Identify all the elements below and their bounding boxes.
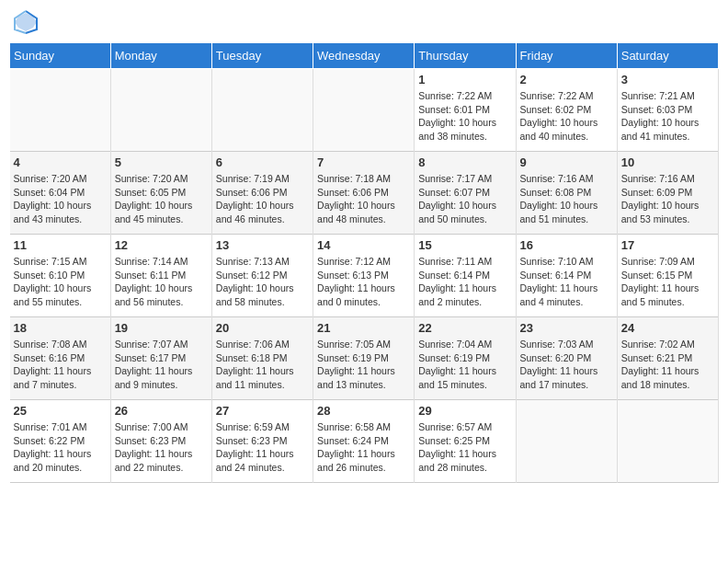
day-info: Sunrise: 7:10 AM Sunset: 6:14 PM Dayligh… <box>520 255 613 309</box>
calendar-cell: 16Sunrise: 7:10 AM Sunset: 6:14 PM Dayli… <box>516 235 617 317</box>
calendar-cell: 27Sunrise: 6:59 AM Sunset: 6:23 PM Dayli… <box>211 400 313 483</box>
day-info: Sunrise: 7:09 AM Sunset: 6:15 PM Dayligh… <box>621 255 714 309</box>
day-number: 21 <box>317 321 410 335</box>
day-number: 4 <box>14 155 107 169</box>
calendar-cell: 24Sunrise: 7:02 AM Sunset: 6:21 PM Dayli… <box>617 317 718 400</box>
day-number: 5 <box>115 155 208 169</box>
day-info: Sunrise: 7:16 AM Sunset: 6:09 PM Dayligh… <box>621 172 714 226</box>
day-number: 26 <box>115 404 208 418</box>
day-info: Sunrise: 7:19 AM Sunset: 6:06 PM Dayligh… <box>216 172 309 226</box>
calendar-cell <box>313 69 415 152</box>
day-number: 12 <box>115 238 208 252</box>
day-number: 19 <box>115 321 208 335</box>
day-info: Sunrise: 6:58 AM Sunset: 6:24 PM Dayligh… <box>317 420 410 475</box>
logo <box>13 9 42 35</box>
weekday-header: Wednesday <box>313 43 415 69</box>
day-number: 27 <box>216 404 309 418</box>
calendar-cell: 23Sunrise: 7:03 AM Sunset: 6:20 PM Dayli… <box>516 317 617 400</box>
day-info: Sunrise: 7:00 AM Sunset: 6:23 PM Dayligh… <box>115 420 208 475</box>
calendar-cell <box>516 400 617 483</box>
day-info: Sunrise: 7:13 AM Sunset: 6:12 PM Dayligh… <box>216 255 309 309</box>
calendar-cell <box>211 69 313 152</box>
day-number: 3 <box>621 73 714 86</box>
page-header <box>9 9 719 35</box>
calendar-cell: 22Sunrise: 7:04 AM Sunset: 6:19 PM Dayli… <box>415 317 516 400</box>
calendar-cell: 2Sunrise: 7:22 AM Sunset: 6:02 PM Daylig… <box>516 69 617 152</box>
day-info: Sunrise: 7:05 AM Sunset: 6:19 PM Dayligh… <box>317 338 410 392</box>
day-number: 22 <box>418 321 511 335</box>
calendar-cell: 15Sunrise: 7:11 AM Sunset: 6:14 PM Dayli… <box>415 235 516 317</box>
day-number: 17 <box>621 238 714 252</box>
weekday-header: Friday <box>516 43 617 69</box>
day-number: 20 <box>216 321 309 335</box>
day-number: 7 <box>317 155 410 169</box>
day-info: Sunrise: 6:59 AM Sunset: 6:23 PM Dayligh… <box>216 420 309 475</box>
weekday-header: Monday <box>110 43 211 69</box>
day-info: Sunrise: 7:02 AM Sunset: 6:21 PM Dayligh… <box>621 338 714 392</box>
calendar-cell: 29Sunrise: 6:57 AM Sunset: 6:25 PM Dayli… <box>415 400 516 483</box>
week-row: 25Sunrise: 7:01 AM Sunset: 6:22 PM Dayli… <box>10 400 719 483</box>
day-info: Sunrise: 6:57 AM Sunset: 6:25 PM Dayligh… <box>418 420 511 475</box>
calendar-cell: 7Sunrise: 7:18 AM Sunset: 6:06 PM Daylig… <box>313 152 415 235</box>
day-info: Sunrise: 7:18 AM Sunset: 6:06 PM Dayligh… <box>317 172 410 226</box>
day-info: Sunrise: 7:14 AM Sunset: 6:11 PM Dayligh… <box>115 255 208 309</box>
day-number: 15 <box>418 238 511 252</box>
weekday-header-row: SundayMondayTuesdayWednesdayThursdayFrid… <box>10 43 719 69</box>
week-row: 1Sunrise: 7:22 AM Sunset: 6:01 PM Daylig… <box>10 69 719 152</box>
logo-icon <box>13 9 39 35</box>
calendar-cell: 6Sunrise: 7:19 AM Sunset: 6:06 PM Daylig… <box>211 152 313 235</box>
week-row: 4Sunrise: 7:20 AM Sunset: 6:04 PM Daylig… <box>10 152 719 235</box>
day-info: Sunrise: 7:07 AM Sunset: 6:17 PM Dayligh… <box>115 338 208 392</box>
day-info: Sunrise: 7:22 AM Sunset: 6:01 PM Dayligh… <box>418 89 511 144</box>
calendar-cell: 1Sunrise: 7:22 AM Sunset: 6:01 PM Daylig… <box>415 69 516 152</box>
day-number: 14 <box>317 238 410 252</box>
calendar-cell: 18Sunrise: 7:08 AM Sunset: 6:16 PM Dayli… <box>10 317 111 400</box>
calendar-cell <box>617 400 718 483</box>
day-info: Sunrise: 7:20 AM Sunset: 6:04 PM Dayligh… <box>14 172 107 226</box>
calendar-cell: 21Sunrise: 7:05 AM Sunset: 6:19 PM Dayli… <box>313 317 415 400</box>
day-number: 1 <box>418 73 511 86</box>
day-number: 6 <box>216 155 309 169</box>
day-number: 11 <box>14 238 107 252</box>
day-number: 10 <box>621 155 714 169</box>
calendar-cell: 13Sunrise: 7:13 AM Sunset: 6:12 PM Dayli… <box>211 235 313 317</box>
calendar-cell: 20Sunrise: 7:06 AM Sunset: 6:18 PM Dayli… <box>211 317 313 400</box>
day-info: Sunrise: 7:11 AM Sunset: 6:14 PM Dayligh… <box>418 255 511 309</box>
day-number: 9 <box>520 155 613 169</box>
calendar-cell: 4Sunrise: 7:20 AM Sunset: 6:04 PM Daylig… <box>10 152 111 235</box>
day-number: 8 <box>418 155 511 169</box>
day-number: 16 <box>520 238 613 252</box>
calendar-cell <box>110 69 211 152</box>
calendar-cell: 14Sunrise: 7:12 AM Sunset: 6:13 PM Dayli… <box>313 235 415 317</box>
weekday-header: Tuesday <box>211 43 313 69</box>
calendar-cell: 19Sunrise: 7:07 AM Sunset: 6:17 PM Dayli… <box>110 317 211 400</box>
week-row: 18Sunrise: 7:08 AM Sunset: 6:16 PM Dayli… <box>10 317 719 400</box>
calendar-cell: 28Sunrise: 6:58 AM Sunset: 6:24 PM Dayli… <box>313 400 415 483</box>
calendar-cell: 9Sunrise: 7:16 AM Sunset: 6:08 PM Daylig… <box>516 152 617 235</box>
calendar-cell: 10Sunrise: 7:16 AM Sunset: 6:09 PM Dayli… <box>617 152 718 235</box>
day-number: 2 <box>520 73 613 86</box>
calendar-cell: 5Sunrise: 7:20 AM Sunset: 6:05 PM Daylig… <box>110 152 211 235</box>
calendar-cell: 3Sunrise: 7:21 AM Sunset: 6:03 PM Daylig… <box>617 69 718 152</box>
day-info: Sunrise: 7:17 AM Sunset: 6:07 PM Dayligh… <box>418 172 511 226</box>
day-info: Sunrise: 7:16 AM Sunset: 6:08 PM Dayligh… <box>520 172 613 226</box>
calendar-cell: 25Sunrise: 7:01 AM Sunset: 6:22 PM Dayli… <box>10 400 111 483</box>
day-info: Sunrise: 7:08 AM Sunset: 6:16 PM Dayligh… <box>14 338 107 392</box>
weekday-header: Sunday <box>10 43 111 69</box>
calendar-cell <box>10 69 111 152</box>
calendar-cell: 11Sunrise: 7:15 AM Sunset: 6:10 PM Dayli… <box>10 235 111 317</box>
day-info: Sunrise: 7:22 AM Sunset: 6:02 PM Dayligh… <box>520 89 613 144</box>
day-number: 23 <box>520 321 613 335</box>
day-number: 24 <box>621 321 714 335</box>
weekday-header: Thursday <box>415 43 516 69</box>
weekday-header: Saturday <box>617 43 718 69</box>
calendar-cell: 26Sunrise: 7:00 AM Sunset: 6:23 PM Dayli… <box>110 400 211 483</box>
day-info: Sunrise: 7:15 AM Sunset: 6:10 PM Dayligh… <box>14 255 107 309</box>
day-info: Sunrise: 7:06 AM Sunset: 6:18 PM Dayligh… <box>216 338 309 392</box>
day-number: 13 <box>216 238 309 252</box>
calendar-cell: 17Sunrise: 7:09 AM Sunset: 6:15 PM Dayli… <box>617 235 718 317</box>
day-number: 18 <box>14 321 107 335</box>
day-number: 29 <box>418 404 511 418</box>
day-number: 25 <box>14 404 107 418</box>
week-row: 11Sunrise: 7:15 AM Sunset: 6:10 PM Dayli… <box>10 235 719 317</box>
